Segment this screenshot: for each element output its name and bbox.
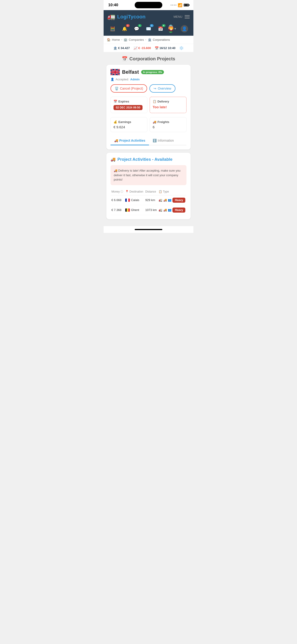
cancel-project-button[interactable]: 🗑️ Cancel (Project) — [110, 84, 147, 92]
project-card: Belfast In progress: 0% 👤 Accepted: Admi… — [106, 65, 191, 150]
tab-information[interactable]: ℹ️ Information — [149, 136, 178, 145]
mail-icon[interactable]: ✉️ 1 — [144, 25, 153, 33]
datetime-icon: 📅 — [155, 46, 159, 50]
money-cell: € 7.368 — [110, 205, 124, 215]
people-icon: 👥 — [168, 198, 172, 202]
th-money: Money ⓘ — [110, 188, 124, 195]
activities-section-title: 🚚 Project Activities - Available — [110, 157, 186, 162]
app-title: LogiTycoon — [117, 14, 146, 20]
expires-date-badge: 02 DEC 2024 09:50 — [114, 105, 142, 110]
breadcrumb-home[interactable]: Home — [112, 38, 120, 42]
table-row: € 6.668 Calais 929 km — [110, 195, 186, 205]
chat-icon[interactable]: 💬 1 — [132, 25, 141, 33]
trend-stat: 📈 € -15.600 — [134, 46, 151, 50]
svg-rect-1 — [125, 198, 127, 202]
page-title-icon: 📅 — [122, 56, 128, 62]
clipboard-icon: 📋 — [159, 190, 162, 193]
pin-icon: 📍 — [125, 190, 129, 193]
expires-box: 📅 Expires 02 DEC 2024 09:50 — [110, 97, 147, 113]
distance-cell: 1073 km — [144, 205, 158, 215]
type-cell: 🚛 🚚 👥 Heavy — [158, 195, 186, 205]
warning-message: 🚚 Delivery is late! After accepting, mak… — [110, 165, 186, 185]
home-icon: 🏠 — [107, 38, 110, 42]
stats-grid: 💰 Earnings € 9.624 🚚 Freights 6 — [110, 117, 186, 132]
earnings-value: € 9.624 — [114, 125, 125, 129]
table-header-row: Money ⓘ 📍 Destination Distance 📋 Type — [110, 188, 186, 195]
action-buttons: 🗑️ Cancel (Project) ↪ Overview — [110, 84, 186, 92]
corporations-icon: 🏛️ — [148, 38, 152, 42]
icon-toolbar: 🧮 🔔 2 💬 1 ✉️ 1 📅 6 🌄 ▼ 👤 — [104, 23, 194, 36]
th-type: 📋 Type — [158, 188, 186, 195]
signal-icon — [170, 4, 176, 6]
info-grid: 📅 Expires 02 DEC 2024 09:50 📋 Delivery T… — [110, 97, 186, 113]
earnings-box: 💰 Earnings € 9.624 — [110, 117, 147, 132]
freights-box: 🚚 Freights 6 — [150, 117, 186, 132]
menu-button[interactable]: MENU — [174, 15, 190, 18]
truck-freight-icon: 🚛 — [159, 198, 162, 202]
svg-rect-2 — [127, 198, 128, 202]
balance-stat: 🏦 € 34.427 — [113, 46, 130, 50]
bottom-bar — [104, 226, 194, 233]
companies-icon: 🏢 — [124, 38, 127, 42]
tab-project-activities[interactable]: 🚚 Project Activities — [110, 136, 149, 145]
type-cell: 🚛 🚚 👥 Heavy — [158, 205, 186, 215]
info-tab-icon: ℹ️ — [153, 139, 156, 142]
money-cell: € 6.668 — [110, 195, 124, 205]
th-destination: 📍 Destination — [124, 188, 144, 195]
svg-rect-6 — [128, 208, 130, 212]
truck2-freight-icon: 🚚 — [163, 198, 167, 202]
type-badge: Heavy — [172, 198, 185, 203]
calculator-icon[interactable]: 🧮 — [108, 25, 117, 33]
destination-cell: Ghent — [124, 205, 144, 215]
trend-icon: 📈 — [134, 46, 138, 50]
be-flag-icon — [125, 208, 130, 212]
freights-value: 6 — [153, 125, 154, 129]
notch — [135, 2, 162, 8]
calendar-icon: 📅 — [114, 100, 117, 103]
svg-rect-4 — [125, 208, 127, 212]
fr-flag-icon — [125, 198, 130, 202]
uk-flag-icon — [110, 69, 120, 75]
wifi-icon: 📶 — [178, 3, 182, 7]
truck-freight-icon: 🚛 — [159, 208, 162, 212]
bell-icon[interactable]: 🔔 2 — [120, 25, 129, 33]
delivery-status: Too late! — [153, 105, 167, 109]
hamburger-icon — [185, 15, 190, 18]
truck-icon: 🚛 — [107, 13, 115, 20]
overview-button[interactable]: ↪ Overview — [150, 84, 175, 92]
distance-cell: 929 km — [144, 195, 158, 205]
app-header: 🚛 LogiTycoon MENU — [104, 10, 194, 23]
user-avatar-icon[interactable]: 👤 — [180, 25, 188, 33]
freights-icon: 🚚 — [153, 120, 156, 124]
table-row: € 7.368 Ghent 1073 km — [110, 205, 186, 215]
datetime-stat: 📅 16/12 10:40 — [155, 46, 176, 50]
user-icon: 👤 — [110, 78, 114, 81]
progress-badge: In progress: 0% — [141, 70, 164, 74]
page-content: 📅 Corporation Projects Belfast In progre… — [104, 52, 194, 226]
truck2-freight-icon: 🚚 — [163, 208, 167, 212]
delivery-box: 📋 Delivery Too late! — [150, 97, 186, 113]
page-title: 📅 Corporation Projects — [106, 56, 191, 62]
activities-card: 🚚 Project Activities - Available 🚚 Deliv… — [106, 153, 191, 219]
photo-thumbnail[interactable]: 🌄 ▼ — [168, 25, 176, 33]
home-indicator — [135, 229, 162, 230]
delivery-icon: 📋 — [153, 100, 156, 103]
battery-icon — [184, 4, 189, 6]
earnings-icon: 💰 — [114, 120, 117, 124]
project-header: Belfast In progress: 0% — [110, 69, 186, 75]
calendar-icon[interactable]: 📅 6 — [156, 25, 164, 33]
breadcrumb-companies[interactable]: Companies — [129, 38, 144, 42]
activities-tab-icon: 🚚 — [114, 139, 118, 142]
share-icon: ↪ — [154, 86, 156, 90]
svg-rect-3 — [128, 198, 130, 202]
info-icon: ⓘ — [120, 190, 123, 193]
th-distance: Distance — [144, 188, 158, 195]
project-name: Belfast — [122, 69, 139, 75]
status-icons: 📶 — [170, 3, 189, 7]
snowflake-icon: ❄️ — [179, 46, 184, 50]
type-badge: Heavy — [172, 208, 185, 212]
stats-bar: 🏦 € 34.427 📈 € -15.600 📅 16/12 10:40 ❄️ — [104, 44, 194, 52]
freight-table: Money ⓘ 📍 Destination Distance 📋 Type — [110, 188, 186, 215]
bank-icon: 🏦 — [113, 46, 117, 50]
status-time: 10:40 — [108, 3, 118, 7]
